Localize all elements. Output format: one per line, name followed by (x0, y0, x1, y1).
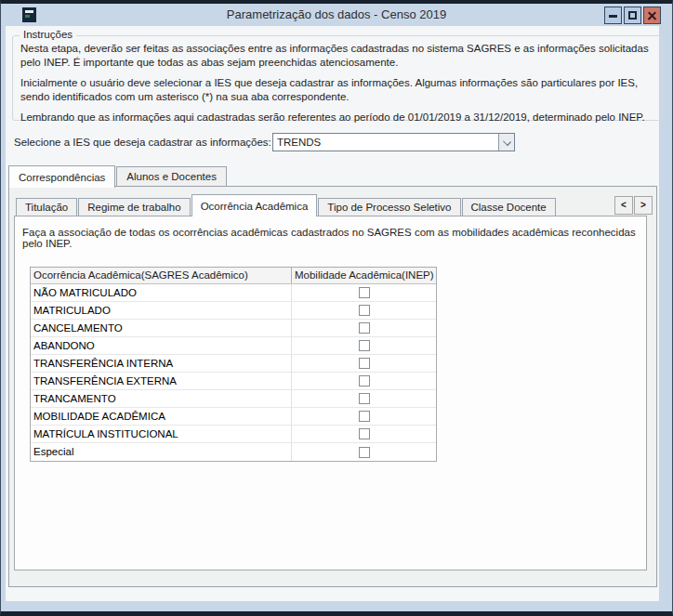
tab-scroll-buttons: < > (614, 196, 653, 215)
close-button[interactable] (643, 7, 661, 24)
mobilidade-checkbox[interactable] (359, 287, 370, 298)
table-row[interactable]: MATRICULADO (31, 302, 436, 320)
ies-combobox[interactable]: TRENDS (272, 133, 515, 151)
table-row[interactable]: NÃO MATRICULADO (31, 284, 436, 302)
occurrence-label: MOBILIDADE ACADÊMICA (31, 408, 292, 425)
inner-tab-strip: Titulação Regime de trabalho Ocorrência … (16, 194, 556, 216)
tab-tipo-de-processo-seletivo[interactable]: Tipo de Processo Seletivo (318, 198, 460, 216)
table-row[interactable]: MOBILIDADE ACADÊMICA (31, 408, 436, 426)
minimize-button[interactable] (604, 7, 622, 24)
ocorrencia-academica-panel: Faça a associação de todas os ocorrência… (14, 216, 647, 570)
occurrence-label: TRANSFERÊNCIA EXTERNA (31, 373, 292, 389)
table-row[interactable]: Especial (31, 443, 436, 461)
table-row[interactable]: ABANDONO (31, 337, 436, 355)
instructions-groupbox: Instruções Nesta etapa, deverão ser feit… (12, 35, 663, 121)
occurrence-label: MATRICULADO (31, 302, 292, 319)
maximize-button[interactable] (624, 7, 641, 24)
tab-scroll-left-button[interactable]: < (614, 196, 633, 215)
mobilidade-checkbox[interactable] (359, 447, 370, 458)
occurrence-label: TRANCAMENTO (31, 390, 292, 407)
mobilidade-checkbox[interactable] (359, 375, 370, 387)
correspondencias-tab-page: Titulação Regime de trabalho Ocorrência … (8, 186, 657, 587)
occurrence-label: Especial (31, 443, 292, 461)
dialog-client-area: Instruções Nesta etapa, deverão ser feit… (6, 26, 659, 601)
dialog-window: Parametrização dos dados - Censo 2019 In… (0, 0, 673, 616)
association-description: Faça a associação de todas os ocorrência… (22, 227, 640, 249)
table-row[interactable]: TRANSFERÊNCIA INTERNA (31, 355, 436, 373)
chevron-down-icon (504, 138, 510, 145)
mobilidade-checkbox[interactable] (359, 340, 370, 351)
window-title: Parametrização dos dados - Censo 2019 (1, 4, 672, 26)
mobilidade-checkbox[interactable] (359, 305, 370, 316)
ies-combobox-value: TRENDS (277, 134, 321, 151)
table-row[interactable]: MATRÍCULA INSTITUCIONAL (31, 426, 436, 443)
tab-titulacao[interactable]: Titulação (16, 198, 77, 216)
occurrence-label: TRANSFERÊNCIA INTERNA (31, 355, 292, 372)
instructions-paragraph: Nesta etapa, deverão ser feitas as assoc… (20, 42, 654, 69)
mobilidade-checkbox[interactable] (359, 411, 370, 422)
tab-scroll-right-button[interactable]: > (634, 196, 653, 215)
occurrence-label: NÃO MATRICULADO (31, 284, 292, 301)
maximize-icon (628, 11, 637, 20)
outer-tab-strip: Correspondências Alunos e Docentes (8, 164, 227, 187)
instructions-paragraph: Inicialmente o usuário deve selecionar a… (20, 76, 654, 103)
mobilidade-checkbox[interactable] (359, 428, 370, 439)
app-icon (22, 7, 36, 22)
mobilidade-checkbox[interactable] (359, 393, 370, 404)
occurrence-label: ABANDONO (31, 337, 292, 354)
title-bar[interactable]: Parametrização dos dados - Censo 2019 (1, 4, 672, 26)
table-row[interactable]: TRANSFERÊNCIA EXTERNA (31, 373, 436, 390)
table-row[interactable]: TRANCAMENTO (31, 390, 436, 408)
tab-correspondencias[interactable]: Correspondências (8, 165, 115, 188)
table-header-row: Ocorrência Acadêmica(SAGRES Acadêmico) M… (31, 268, 436, 284)
tab-regime-de-trabalho[interactable]: Regime de trabalho (78, 198, 190, 216)
table-row[interactable]: CANCELAMENTO (31, 320, 436, 337)
column-header-inep: Mobilidade Acadêmica(INEP) (292, 268, 436, 283)
instructions-paragraph: Lembrando que as informações aqui cadast… (20, 111, 654, 125)
instructions-title: Instruções (20, 29, 76, 40)
ies-select-label: Selecione a IES que deseja cadastrar as … (14, 137, 271, 148)
column-header-sagres: Ocorrência Acadêmica(SAGRES Acadêmico) (31, 268, 292, 283)
association-table: Ocorrência Acadêmica(SAGRES Acadêmico) M… (30, 267, 437, 462)
tab-alunos-e-docentes[interactable]: Alunos e Docentes (116, 166, 227, 186)
tab-classe-docente[interactable]: Classe Docente (462, 198, 556, 216)
tab-ocorrencia-academica[interactable]: Ocorrência Acadêmica (191, 194, 318, 216)
mobilidade-checkbox[interactable] (359, 322, 370, 334)
mobilidade-checkbox[interactable] (359, 358, 370, 369)
minimize-icon (609, 15, 617, 18)
occurrence-label: MATRÍCULA INSTITUCIONAL (31, 426, 292, 442)
occurrence-label: CANCELAMENTO (31, 320, 292, 336)
ies-combobox-dropdown-button[interactable] (498, 134, 514, 151)
